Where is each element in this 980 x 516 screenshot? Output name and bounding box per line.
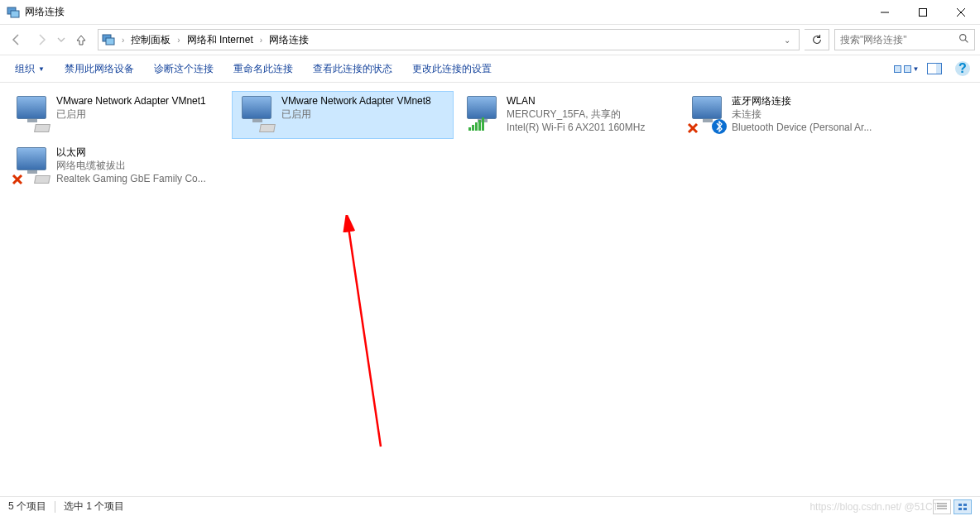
titlebar: 网络连接 [0,0,980,25]
bluetooth-icon [712,119,727,134]
chevron-right-icon[interactable]: › [175,36,181,45]
preview-pane-button[interactable] [924,58,945,79]
search-icon [958,33,969,46]
svg-rect-7 [106,38,114,45]
adapter-name: 蓝牙网络连接 [732,94,872,108]
disconnected-x-icon [12,174,23,185]
bluetooth-adapter-icon [687,94,727,134]
disconnected-x-icon [687,122,699,134]
svg-line-9 [965,40,968,42]
up-button[interactable] [70,28,93,51]
breadcrumb-item[interactable]: 网络连接 [266,30,312,50]
details-view-button[interactable] [933,499,951,514]
window-icon [7,6,20,19]
adapter-status: 网络电缆被拔出 [56,159,206,172]
adapter-status: 已启用 [56,108,206,121]
separator [55,501,55,513]
adapter-status: 未连接 [732,108,872,121]
network-adapter-icon [12,94,51,134]
view-status-button[interactable]: 查看此连接的状态 [305,59,401,79]
disable-device-button[interactable]: 禁用此网络设备 [56,59,142,79]
breadcrumb-item[interactable]: 网络和 Internet [184,30,257,50]
adapter-name: VMware Network Adapter VMnet1 [56,94,206,108]
adapter-item-vmnet8[interactable]: VMware Network Adapter VMnet8 已启用 [232,91,454,139]
svg-rect-23 [963,508,967,510]
close-button[interactable] [942,0,980,25]
refresh-button[interactable] [805,29,829,50]
status-item-count: 5 个项目 [8,499,46,514]
adapter-item-vmnet1[interactable]: VMware Network Adapter VMnet1 已启用 [7,91,228,139]
svg-rect-21 [963,504,967,506]
svg-point-8 [960,35,966,41]
adapter-device: Realtek Gaming GbE Family Co... [56,172,206,185]
adapter-item-bluetooth[interactable]: 蓝牙网络连接 未连接 Bluetooth Device (Personal Ar… [682,91,904,139]
minimize-button[interactable] [866,0,904,25]
recent-locations-button[interactable] [55,28,68,51]
view-options-button[interactable]: ▼ [896,58,917,79]
breadcrumb-item[interactable]: 控制面板 [127,30,174,50]
search-input[interactable]: 搜索"网络连接" [834,29,975,50]
window-title: 网络连接 [25,5,866,19]
large-icons-view-button[interactable] [954,499,972,514]
adapter-list: VMware Network Adapter VMnet1 已启用 VMware… [5,89,975,192]
caret-down-icon: ▼ [38,65,45,73]
svg-rect-1 [11,11,19,17]
window-controls [866,0,980,25]
svg-rect-3 [920,8,927,16]
adapter-device: Intel(R) Wi-Fi 6 AX201 160MHz [507,121,645,134]
adapter-device: Bluetooth Device (Personal Ar... [732,121,872,134]
annotation-arrow-icon [335,215,401,455]
adapter-item-ethernet[interactable]: 以太网 网络电缆被拔出 Realtek Gaming GbE Family Co… [7,142,228,190]
breadcrumb[interactable]: › 控制面板 › 网络和 Internet › 网络连接 ⌄ [98,29,800,50]
adapter-status: 已启用 [281,108,431,121]
address-bar: › 控制面板 › 网络和 Internet › 网络连接 ⌄ 搜索"网络连接" [0,25,980,55]
back-button[interactable] [5,28,28,51]
address-dropdown-button[interactable]: ⌄ [779,36,795,45]
rename-connection-button[interactable]: 重命名此连接 [225,59,301,79]
adapter-status: MERCURY_15FA, 共享的 [507,108,645,121]
network-adapter-icon [237,94,276,134]
status-selection-count: 选中 1 个项目 [64,499,124,514]
adapter-name: 以太网 [56,146,206,159]
svg-rect-11 [936,64,941,74]
svg-line-16 [348,222,381,447]
svg-rect-22 [958,508,962,510]
help-icon: ? [955,61,970,76]
command-bar: 组织▼ 禁用此网络设备 诊断这个连接 重命名此连接 查看此连接的状态 更改此连接… [0,55,980,83]
organize-menu-button[interactable]: 组织▼ [7,59,53,79]
adapter-item-wlan[interactable]: WLAN MERCURY_15FA, 共享的 Intel(R) Wi-Fi 6 … [457,91,679,139]
search-placeholder: 搜索"网络连接" [840,33,958,47]
chevron-right-icon[interactable]: › [258,36,264,45]
content-area: VMware Network Adapter VMnet1 已启用 VMware… [0,83,980,496]
svg-rect-20 [958,504,962,506]
adapter-name: WLAN [507,94,645,108]
wifi-adapter-icon [462,94,502,134]
chevron-right-icon[interactable]: › [120,36,126,45]
help-button[interactable]: ? [952,58,973,79]
adapter-name: VMware Network Adapter VMnet8 [281,94,431,108]
forward-button[interactable] [30,28,53,51]
diagnose-connection-button[interactable]: 诊断这个连接 [146,59,222,79]
change-settings-button[interactable]: 更改此连接的设置 [404,59,500,79]
ethernet-adapter-icon [12,146,51,185]
location-icon [102,33,115,46]
maximize-button[interactable] [904,0,942,25]
status-bar: 5 个项目 选中 1 个项目 [0,496,980,516]
